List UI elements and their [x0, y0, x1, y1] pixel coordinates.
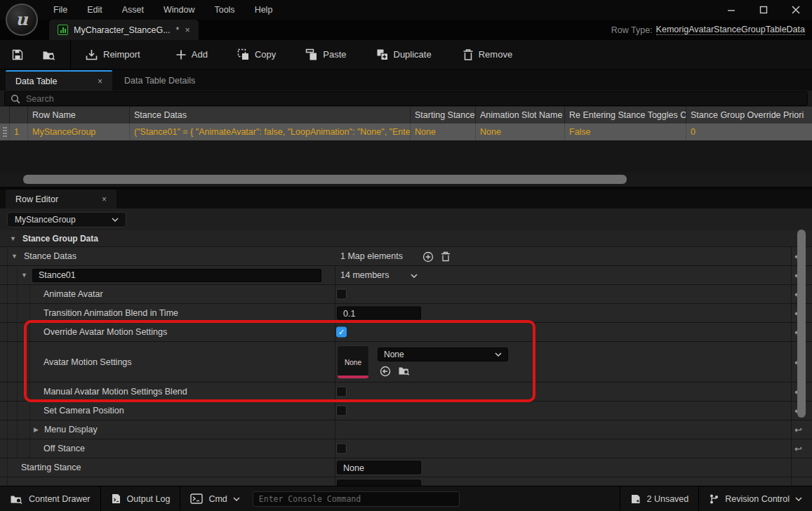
add-button[interactable]: Add — [166, 40, 218, 69]
tab-data-table-details[interactable]: Data Table Details — [114, 70, 205, 91]
add-label: Add — [192, 49, 208, 60]
minimize-icon[interactable] — [715, 0, 747, 20]
reimport-button[interactable]: Reimport — [75, 40, 150, 69]
menu-tools[interactable]: Tools — [206, 1, 243, 18]
property-row-off-stance[interactable]: Off Stance ↩ — [0, 439, 812, 458]
transition-blend-input[interactable]: 0.1 — [337, 307, 421, 320]
triangle-down-icon[interactable]: ▼ — [11, 253, 18, 260]
asset-picker-dropdown[interactable]: None — [378, 347, 508, 361]
menu-help[interactable]: Help — [246, 1, 281, 18]
use-selected-asset-icon[interactable] — [380, 366, 391, 377]
stance01-key-input[interactable]: Stance01 — [32, 269, 321, 282]
horizontal-scrollbar-thumb[interactable] — [23, 175, 627, 184]
partial-input[interactable] — [337, 480, 421, 486]
menu-display-label: Menu Display — [44, 425, 98, 434]
unsaved-label: 2 Unsaved — [647, 494, 689, 504]
search-field[interactable] — [4, 91, 808, 106]
toolbar-separator — [70, 40, 71, 69]
asset-tab-mycharacter-stancegroup[interactable]: MyCharacter_StanceG... * × — [49, 20, 199, 40]
row-animation-slot-cell[interactable]: None — [476, 124, 565, 140]
vertical-scrollbar-thumb[interactable] — [797, 230, 806, 418]
header-override-priority[interactable]: Stance Group Override Priori — [686, 107, 812, 124]
off-stance-checkbox[interactable] — [336, 444, 347, 454]
close-icon[interactable] — [780, 0, 812, 20]
add-map-element-icon[interactable] — [422, 251, 434, 263]
tab-row-editor[interactable]: Row Editor × — [6, 190, 117, 208]
property-row-stance01[interactable]: ▼ Stance01 14 members ↩ — [0, 266, 812, 285]
manual-blend-checkbox[interactable] — [336, 387, 347, 397]
row-type-link[interactable]: KemorigAvatarStanceGroupTableData — [656, 25, 805, 35]
reset-to-default-icon[interactable]: ↩ — [794, 425, 802, 435]
revision-control-button[interactable]: Revision Control — [698, 486, 812, 511]
property-row-override-avatar-motion[interactable]: Override Avatar Motion Settings ✓ ↩ — [0, 323, 812, 342]
triangle-down-icon: ▼ — [10, 235, 16, 242]
menu-edit[interactable]: Edit — [79, 1, 111, 18]
property-row-set-camera-position[interactable]: Set Camera Position ↩ — [0, 401, 812, 420]
row-priority-cell[interactable]: 0 — [686, 124, 812, 140]
console-command-input[interactable] — [259, 494, 453, 504]
asset-tab-close-icon[interactable]: × — [185, 25, 189, 35]
menu-bar: File Edit Asset Window Tools Help — [45, 1, 281, 18]
drag-handle-icon[interactable] — [0, 124, 10, 140]
property-row-menu-display[interactable]: ▶ Menu Display ↩ — [0, 420, 812, 439]
row-re-entering-cell[interactable]: False — [565, 124, 686, 140]
header-starting-stance[interactable]: Starting Stance — [411, 107, 476, 124]
property-row-partial — [0, 477, 812, 486]
search-input[interactable] — [26, 94, 801, 104]
horizontal-scrollbar-track[interactable] — [0, 173, 812, 187]
override-motion-checkbox[interactable]: ✓ — [336, 327, 347, 338]
triangle-right-icon[interactable]: ▶ — [34, 426, 39, 433]
output-log-label: Output Log — [127, 494, 171, 504]
category-stance-group-data[interactable]: ▼ Stance Group Data — [0, 230, 812, 247]
property-row-avatar-motion-settings[interactable]: Avatar Motion Settings None None ↩ — [0, 342, 812, 383]
asset-thumbnail[interactable]: None — [337, 345, 369, 379]
copy-button[interactable]: Copy — [227, 40, 286, 69]
property-row-transition-blend-time[interactable]: Transition Animation Blend in Time 0.1 ↩ — [0, 304, 812, 323]
duplicate-button[interactable]: Duplicate — [366, 40, 441, 69]
clear-map-icon[interactable] — [441, 251, 451, 262]
row-number: 1 — [10, 124, 28, 140]
save-button[interactable] — [0, 40, 32, 69]
maximize-icon[interactable] — [747, 0, 780, 20]
console-command-field[interactable] — [253, 491, 460, 507]
remove-button[interactable]: Remove — [453, 40, 522, 69]
menu-window[interactable]: Window — [155, 1, 203, 18]
tab-data-table[interactable]: Data Table × — [6, 70, 112, 91]
menu-asset[interactable]: Asset — [114, 1, 152, 18]
table-header: Row Name Stance Datas Starting Stance An… — [0, 107, 812, 124]
stance01-key-value: Stance01 — [39, 270, 76, 280]
paste-button[interactable]: Paste — [295, 40, 356, 69]
triangle-down-icon[interactable]: ▼ — [21, 272, 27, 279]
unsaved-button[interactable]: * 2 Unsaved — [620, 486, 699, 511]
row-name-cell[interactable]: MyStanceGroup — [28, 124, 130, 140]
row-type-indicator: Row Type: KemorigAvatarStanceGroupTableD… — [611, 20, 805, 40]
content-drawer-label: Content Drawer — [29, 494, 91, 504]
reset-to-default-icon[interactable]: ↩ — [794, 444, 802, 454]
tab-data-table-close-icon[interactable]: × — [98, 77, 102, 86]
animate-avatar-checkbox[interactable] — [336, 289, 347, 300]
menu-file[interactable]: File — [45, 1, 76, 18]
property-row-manual-motion-blend[interactable]: Manual Avatar Motion Settings Blend ↩ — [0, 383, 812, 401]
tab-row-editor-close-icon[interactable]: × — [102, 194, 107, 204]
row-selector-dropdown[interactable]: MyStanceGroup — [7, 212, 126, 227]
set-camera-checkbox[interactable] — [336, 406, 347, 416]
cmd-selector[interactable]: Cmd — [180, 486, 249, 511]
chevron-down-icon[interactable] — [411, 274, 418, 278]
tab-data-table-details-label: Data Table Details — [124, 76, 195, 86]
row-starting-stance-cell[interactable]: None — [411, 124, 476, 140]
row-editor-panel: MyStanceGroup ▼ Stance Group Data ▼ Stan… — [0, 208, 812, 486]
content-drawer-button[interactable]: Content Drawer — [0, 486, 101, 511]
output-log-button[interactable]: Output Log — [101, 486, 181, 511]
starting-stance-input[interactable]: None — [337, 461, 421, 474]
browse-to-asset-icon[interactable] — [398, 365, 411, 376]
property-row-animate-avatar[interactable]: Animate Avatar ↩ — [0, 285, 812, 304]
header-row-name[interactable]: Row Name — [28, 107, 130, 124]
header-animation-slot-name[interactable]: Animation Slot Name — [476, 107, 565, 124]
property-row-starting-stance[interactable]: Starting Stance None — [0, 458, 812, 477]
header-stance-datas[interactable]: Stance Datas — [130, 107, 411, 124]
browse-to-asset-button[interactable] — [32, 40, 66, 69]
table-row[interactable]: 1 MyStanceGroup ("Stance01" = { "Animate… — [0, 124, 812, 140]
header-re-entering[interactable]: Re Entering Stance Toggles Of — [565, 107, 686, 124]
row-stance-datas-cell[interactable]: ("Stance01" = { "AnimateAvatar": false, … — [130, 124, 411, 140]
property-row-stance-datas[interactable]: ▼ Stance Datas 1 Map elements ↩ — [0, 247, 812, 266]
